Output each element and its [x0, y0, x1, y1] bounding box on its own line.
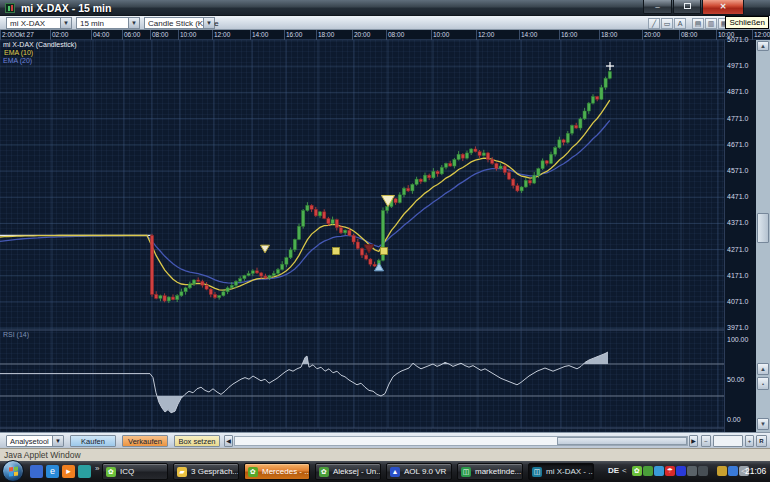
- maximize-icon: [684, 3, 691, 9]
- taskbar-button[interactable]: ▲AOL 9.0 VR: [386, 463, 452, 480]
- ema20-legend[interactable]: EMA (20): [3, 57, 32, 64]
- zoom-slider[interactable]: [713, 435, 743, 447]
- minimize-button[interactable]: –: [643, 0, 672, 14]
- time-tick: [0, 30, 1, 40]
- price-axis-label: 4671.0: [727, 141, 748, 148]
- time-label: 10:00: [433, 31, 449, 38]
- taskbar-button-label: 3 Gespräch...: [191, 467, 239, 476]
- language-indicator[interactable]: DE: [608, 466, 619, 475]
- window-title: mi X-DAX - 15 min: [21, 2, 111, 14]
- internet-explorer-icon[interactable]: e: [46, 465, 59, 478]
- time-label: 10:00: [180, 31, 196, 38]
- price-axis-label: 4371.0: [727, 219, 748, 226]
- media-player-icon[interactable]: ▸: [62, 465, 75, 478]
- draw-line-icon[interactable]: ╱: [648, 18, 660, 29]
- buy-button[interactable]: Kaufen: [70, 435, 116, 447]
- rsi-scroll-down-button[interactable]: ▼: [757, 418, 769, 430]
- chevron-down-icon[interactable]: ▼: [52, 436, 63, 446]
- icq-contact-icon: ✿: [319, 467, 329, 477]
- display-settings-icon[interactable]: [687, 466, 697, 476]
- sell-button[interactable]: Verkaufen: [122, 435, 168, 447]
- time-label: 08:00: [388, 31, 404, 38]
- chevron-down-icon[interactable]: ▼: [60, 18, 71, 28]
- time-label: 02:00: [52, 31, 68, 38]
- chart-marker: [606, 62, 614, 70]
- rsi-scroll-up-button[interactable]: ▲: [757, 363, 769, 375]
- taskbar: e▸ » ✿ICQ▰3 Gespräch...✿Mercedes - ...✿A…: [0, 461, 770, 482]
- time-label: 18:00: [318, 31, 334, 38]
- time-tick: [431, 30, 432, 40]
- tray-chevron-icon[interactable]: <: [622, 466, 627, 475]
- price-axis-label: 4471.0: [727, 193, 748, 200]
- chevron-down-icon[interactable]: ▼: [128, 18, 139, 28]
- chart-marker: [261, 245, 270, 253]
- contact-online-icon[interactable]: [643, 466, 653, 476]
- reset-button[interactable]: R: [756, 435, 767, 447]
- horizontal-scrollbar-thumb[interactable]: [557, 437, 687, 445]
- time-tick: [250, 30, 251, 40]
- chevron-down-icon[interactable]: ▼: [203, 18, 214, 28]
- window-titlebar[interactable]: mi X-DAX - 15 min – ✕: [0, 0, 770, 16]
- desktop-icon[interactable]: [30, 465, 43, 478]
- rsi-scrollbar-thumb[interactable]: •: [757, 377, 769, 390]
- time-label: 16:00: [286, 31, 302, 38]
- ema10-legend[interactable]: EMA (10): [3, 49, 34, 56]
- scroll-up-button[interactable]: ▲: [757, 41, 769, 51]
- scroll-right-button[interactable]: ▶: [689, 435, 698, 447]
- time-tick: [316, 30, 317, 40]
- price-axis-label: 4871.0: [727, 88, 748, 95]
- icq-status-icon[interactable]: ✿: [632, 466, 642, 476]
- time-label: 12:00: [478, 31, 494, 38]
- interval-dropdown-value: 15 min: [80, 19, 104, 28]
- time-label: 06:00: [124, 31, 140, 38]
- taskbar-button[interactable]: ◫mi X-DAX - ...: [528, 463, 594, 480]
- symbol-dropdown[interactable]: mi X-DAX ▼: [6, 17, 72, 29]
- maximize-button[interactable]: [673, 0, 701, 14]
- chart-plot-area[interactable]: [0, 40, 724, 432]
- taskbar-button[interactable]: ✿Aleksej - Un...: [315, 463, 381, 480]
- bottom-toolbar: Analysetool ▼ Kaufen Verkaufen Box setze…: [0, 432, 770, 448]
- taskbar-button-label: Aleksej - Un...: [333, 467, 381, 476]
- rsi-legend[interactable]: RSI (14): [3, 331, 29, 338]
- quicklaunch-overflow-chevron[interactable]: »: [95, 464, 99, 473]
- taskbar-button[interactable]: ✿ICQ: [102, 463, 168, 480]
- close-button[interactable]: ✕: [702, 0, 744, 15]
- text-tool-icon[interactable]: A: [674, 18, 686, 29]
- avira-antivirus-icon[interactable]: ☂: [665, 466, 675, 476]
- time-label: 14:00: [252, 31, 268, 38]
- photo-app-icon[interactable]: [717, 466, 727, 476]
- set-box-button[interactable]: Box setzen: [174, 435, 220, 447]
- taskbar-button[interactable]: ✿Mercedes - ...: [244, 463, 310, 480]
- messenger-icon[interactable]: [78, 465, 91, 478]
- monitor-icon[interactable]: [728, 466, 738, 476]
- zoom-out-button[interactable]: −: [701, 435, 711, 447]
- time-label: 2:00Okt 27: [2, 31, 34, 38]
- taskbar-button[interactable]: ▰3 Gespräch...: [173, 463, 239, 480]
- scrollbar-thumb[interactable]: [757, 213, 769, 243]
- horizontal-scrollbar-track[interactable]: [234, 436, 688, 446]
- chart-marker: [364, 245, 374, 254]
- taskbar-button-label: mi X-DAX - ...: [546, 467, 594, 476]
- chart-marker: [381, 248, 388, 255]
- interval-dropdown[interactable]: 15 min ▼: [76, 17, 140, 29]
- taskbar-button[interactable]: ◫marketinde...: [457, 463, 523, 480]
- horizontal-line-icon[interactable]: ▭: [661, 18, 673, 29]
- compare-chart-icon[interactable]: ▥: [705, 18, 717, 29]
- time-tick: [386, 30, 387, 40]
- time-tick: [50, 30, 51, 40]
- clock[interactable]: 21:06: [745, 466, 766, 476]
- time-label: 12:00: [754, 31, 770, 38]
- network-status-icon[interactable]: [698, 466, 708, 476]
- blue-app-icon[interactable]: [676, 466, 686, 476]
- chart-type-dropdown[interactable]: Candle Stick (Kerze ▼: [144, 17, 215, 29]
- scroll-left-button[interactable]: ◀: [224, 435, 233, 447]
- analysis-tool-dropdown[interactable]: Analysetool ▼: [6, 435, 64, 447]
- vertical-scrollbar[interactable]: ▲ ▲ • ▼: [756, 40, 770, 432]
- start-button[interactable]: [2, 460, 24, 482]
- skype-icon[interactable]: [654, 466, 664, 476]
- time-tick: [284, 30, 285, 40]
- time-label: 08:00: [681, 31, 697, 38]
- zoom-in-button[interactable]: +: [745, 435, 754, 447]
- time-tick: [150, 30, 151, 40]
- chart-window-icon[interactable]: ▤: [692, 18, 704, 29]
